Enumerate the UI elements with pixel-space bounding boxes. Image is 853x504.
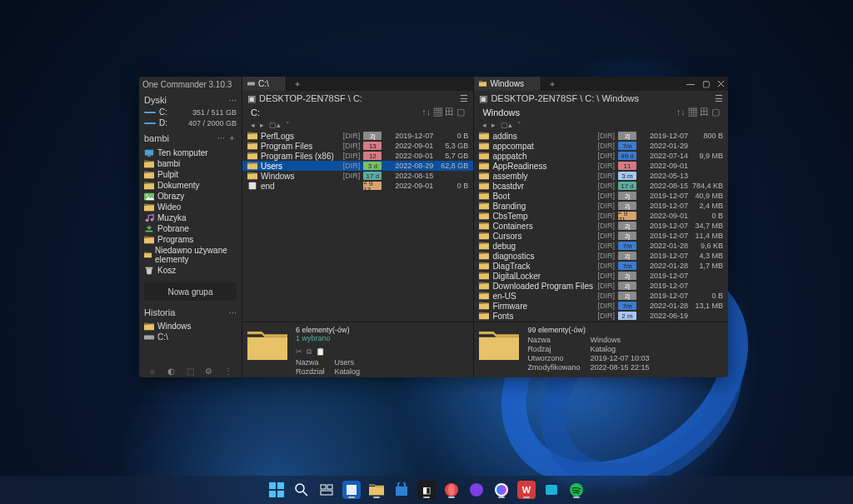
nav-back-icon[interactable]: ◂ <box>482 121 486 129</box>
taskbar-app-icon[interactable] <box>467 481 486 499</box>
svg-point-26 <box>570 483 583 497</box>
file-row[interactable]: Program Files[DIR]132022-09-015,3 GB <box>242 141 473 151</box>
messenger-icon[interactable] <box>492 481 511 499</box>
favorite-item[interactable]: Pobrane <box>144 223 237 234</box>
favorite-item[interactable]: bambi <box>144 158 237 169</box>
history-more-icon[interactable]: ··· <box>229 307 237 317</box>
file-row[interactable]: Containers[DIR]2j2019-12-0734,7 MB <box>474 221 728 231</box>
favorite-item[interactable]: Wideo <box>144 202 237 212</box>
nav-fwd-icon[interactable]: ▸ <box>491 121 496 129</box>
sort-controls[interactable]: ↑↓ ▦ 田 ▢ <box>422 106 465 118</box>
status-icon[interactable]: ☼ <box>148 367 156 376</box>
file-row[interactable]: Firmware[DIR]7m2022-01-2813,1 MB <box>474 301 728 311</box>
search-icon[interactable] <box>292 481 311 499</box>
file-row[interactable]: PerfLogs[DIR]2j2019-12-070 B <box>242 131 473 141</box>
file-row[interactable]: Boot[DIR]2j2019-12-0740,9 MB <box>474 191 728 201</box>
file-row[interactable]: end2 g 132022-09-010 B <box>242 181 473 191</box>
favorites-more-icon[interactable]: ··· <box>217 132 225 142</box>
file-row[interactable]: Downloaded Program Files[DIR]2j2019-12-0… <box>474 281 728 291</box>
nav-up-icon[interactable]: ▢▴ <box>501 121 512 129</box>
app-title: One Commander 3.10.3 <box>139 77 242 92</box>
file-row[interactable]: assembly[DIR]3 m2022-05-13 <box>474 171 728 181</box>
svg-rect-11 <box>269 482 276 489</box>
maximize-button[interactable]: ▢ <box>698 77 713 91</box>
tab[interactable]: C:\ <box>242 77 287 91</box>
up-folder-icon[interactable]: ▣ <box>247 93 256 104</box>
breadcrumb[interactable]: DESKTOP-2EN78SF \ C: <box>259 93 458 103</box>
taskbar-app-icon[interactable] <box>542 481 561 499</box>
file-row[interactable]: Fonts[DIR]2 m2022-06-19 <box>474 311 728 321</box>
taskbar-app-icon[interactable]: W <box>517 481 536 499</box>
commander-window: One Commander 3.10.3 Dyski··· C:351 / 51… <box>139 77 728 377</box>
path-line[interactable]: Windows <box>482 107 520 117</box>
file-row[interactable]: Cursors[DIR]2j2019-12-0711,4 MB <box>474 231 728 241</box>
file-row[interactable]: DiagTrack[DIR]7m2022-01-281,7 MB <box>474 261 728 271</box>
file-row[interactable]: apppatch[DIR]49 d2022-07-149,9 MB <box>474 151 728 161</box>
sort-controls[interactable]: ↑↓ ▦ 田 ▢ <box>676 106 720 118</box>
favorite-item[interactable]: Pulpit <box>144 169 237 180</box>
folder-thumb-icon <box>247 329 287 362</box>
file-row[interactable]: appcompat[DIR]7m2022-01-29 <box>474 141 728 151</box>
taskbar-app-icon[interactable] <box>342 481 361 499</box>
favorite-item[interactable]: Niedawno używane elementy <box>144 245 237 265</box>
favorite-item[interactable]: Programs <box>144 234 237 245</box>
file-row[interactable]: diagnostics[DIR]2j2019-12-074,3 MB <box>474 251 728 261</box>
favorite-item[interactable]: Dokumenty <box>144 180 237 191</box>
store-icon[interactable] <box>392 481 411 499</box>
new-tab-button[interactable]: ＋ <box>546 78 558 90</box>
copy-icon[interactable]: ⧉ <box>307 347 312 357</box>
spotify-icon[interactable] <box>567 481 586 499</box>
history-item[interactable]: Windows <box>144 321 237 332</box>
favorite-item[interactable]: Ten komputer <box>144 147 237 158</box>
view-icon[interactable]: ☰ <box>460 93 468 104</box>
close-button[interactable] <box>713 77 728 91</box>
file-row[interactable]: Program Files (x86)[DIR]122022-09-015,7 … <box>242 151 473 161</box>
file-row[interactable]: CbsTemp[DIR]2 g 212022-09-010 B <box>474 211 728 221</box>
file-row[interactable]: debug[DIR]7m2022-01-289,6 KB <box>474 241 728 251</box>
drive-item[interactable]: C:351 / 511 GB <box>139 107 242 117</box>
paste-icon[interactable]: 📋 <box>316 347 325 357</box>
file-row[interactable]: en-US[DIR]2j2019-12-070 B <box>474 291 728 301</box>
cut-icon[interactable]: ✂ <box>296 347 302 357</box>
favorites-add-icon[interactable]: ＋ <box>227 132 237 142</box>
taskbar: ◧ W <box>0 476 853 504</box>
favorite-item[interactable]: Kosz <box>144 265 237 276</box>
start-button[interactable] <box>267 481 286 499</box>
svg-rect-17 <box>327 485 332 489</box>
disks-more-icon[interactable]: ··· <box>229 95 237 105</box>
status-icon[interactable]: ◐ <box>167 367 175 376</box>
explorer-icon[interactable] <box>367 481 386 499</box>
nav-back-icon[interactable]: ◂ <box>251 121 255 129</box>
task-view-icon[interactable] <box>317 481 336 499</box>
status-icon[interactable]: ⋮ <box>224 367 232 376</box>
opera-icon[interactable] <box>442 481 461 499</box>
minimize-button[interactable]: ― <box>683 77 698 91</box>
up-folder-icon[interactable]: ▣ <box>479 93 487 104</box>
view-icon[interactable]: ☰ <box>715 93 723 104</box>
drive-item[interactable]: D:407 / 2000 GB <box>139 117 242 128</box>
nav-fwd-icon[interactable]: ▸ <box>260 121 264 129</box>
status-icon[interactable]: ⬚ <box>187 367 194 376</box>
file-row[interactable]: Branding[DIR]2j2019-12-072,4 MB <box>474 201 728 211</box>
breadcrumb[interactable]: DESKTOP-2EN78SF \ C: \ Windows <box>491 93 713 103</box>
file-list[interactable]: addins[DIR]2j2019-12-07800 Bappcompat[DI… <box>474 131 728 322</box>
file-row[interactable]: Users[DIR]3 d2022-08-2962,8 GB <box>242 161 473 171</box>
favorite-item[interactable]: Muzyka <box>144 212 237 223</box>
nav-up-icon[interactable]: ▢▴ <box>269 121 281 129</box>
file-list[interactable]: PerfLogs[DIR]2j2019-12-070 BProgram File… <box>242 131 473 322</box>
tab-label: C:\ <box>258 79 269 88</box>
file-row[interactable]: Windows[DIR]17 d2022-08-15 <box>242 171 473 181</box>
history-item[interactable]: C:\ <box>144 332 237 342</box>
file-row[interactable]: DigitalLocker[DIR]2j2019-12-07 <box>474 271 728 281</box>
favorite-item[interactable]: Obrazy <box>144 191 237 202</box>
path-line[interactable]: C: <box>251 107 260 117</box>
new-group-button[interactable]: Nowa grupa <box>144 282 237 301</box>
file-row[interactable]: AppReadiness[DIR]112022-09-01 <box>474 161 728 171</box>
file-row[interactable]: addins[DIR]2j2019-12-07800 B <box>474 131 728 141</box>
svg-rect-25 <box>546 485 557 495</box>
new-tab-button[interactable]: ＋ <box>292 78 303 90</box>
file-row[interactable]: bcastdvr[DIR]17 d2022-08-15784,4 KB <box>474 181 728 191</box>
status-icon[interactable]: ⚙ <box>205 367 212 376</box>
taskbar-app-icon[interactable]: ◧ <box>417 481 436 499</box>
tab[interactable]: Windows <box>474 77 541 91</box>
